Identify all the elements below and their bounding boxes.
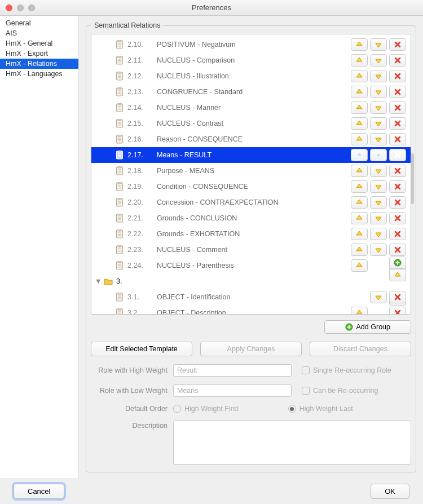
relation-row[interactable]: 2.12.NUCLEUS - Illustration	[91, 68, 411, 84]
relation-row[interactable]: 2.21.Grounds - CONCLUSION	[91, 210, 411, 226]
relation-row[interactable]: 2.13.CONGRUENCE - Standard	[91, 84, 411, 100]
relation-row[interactable]: 2.16.Reason - CONSEQUENCE	[91, 131, 411, 147]
move-up-button[interactable]	[389, 269, 406, 281]
move-up-button[interactable]	[351, 259, 368, 272]
edit-template-button[interactable]: Edit Selected Template	[91, 342, 192, 356]
delete-button[interactable]	[389, 86, 406, 98]
move-up-button[interactable]	[351, 244, 368, 256]
sidebar-item-hmx-export[interactable]: HmX - Export	[0, 48, 78, 59]
move-down-button[interactable]	[370, 101, 387, 114]
relation-row[interactable]: 2.15.NUCLEUS - Contrast	[91, 116, 411, 131]
discard-changes-button[interactable]: Discard Changes	[310, 342, 411, 356]
move-up-button[interactable]	[351, 133, 368, 145]
relation-row[interactable]: 2.11.NUCLEUS - Comparison	[91, 52, 411, 68]
move-down-button[interactable]	[370, 165, 387, 177]
relation-row[interactable]: 2.14.NUCLEUS - Manner	[91, 100, 411, 116]
clipboard-icon	[115, 182, 124, 191]
sidebar-item-hmx-relations[interactable]: HmX - Relations	[0, 59, 78, 69]
relations-list[interactable]: 2.10.POSITIVUM - Negativum2.11.NUCLEUS -…	[91, 34, 411, 315]
delete-button[interactable]	[389, 291, 406, 303]
move-down-button[interactable]	[370, 196, 387, 209]
delete-button[interactable]	[389, 70, 406, 82]
relation-row[interactable]: 2.19.Condition - CONSEQUENCE	[91, 179, 411, 194]
description-textarea[interactable]	[173, 421, 411, 465]
delete-button[interactable]	[389, 117, 406, 130]
row-number: 2.16.	[127, 135, 151, 143]
delete-button[interactable]	[389, 54, 406, 67]
delete-button[interactable]	[389, 228, 406, 240]
add-group-button[interactable]: Add Group	[324, 320, 411, 334]
move-up-button[interactable]	[351, 54, 368, 67]
group-row[interactable]: ▼3.	[91, 273, 411, 289]
single-reoccurring-checkbox[interactable]	[302, 366, 310, 374]
delete-button[interactable]	[389, 38, 406, 51]
apply-changes-button[interactable]: Apply Changes	[200, 342, 302, 356]
move-down-button[interactable]	[370, 86, 387, 98]
relation-row[interactable]: 2.17.Means - RESULT	[91, 147, 411, 163]
move-up-button[interactable]	[351, 117, 368, 130]
delete-button[interactable]	[389, 244, 406, 256]
row-number: 2.14.	[127, 104, 151, 112]
move-up-button[interactable]	[351, 228, 368, 240]
delete-button[interactable]	[389, 149, 406, 161]
move-up-button[interactable]	[351, 38, 368, 51]
relation-row[interactable]: 2.22.Grounds - EXHORTATION	[91, 226, 411, 242]
move-up-button[interactable]	[351, 70, 368, 82]
disclosure-triangle-icon[interactable]: ▼	[95, 277, 102, 285]
canbe-reoccurring-checkbox[interactable]	[302, 387, 310, 395]
move-down-button[interactable]	[370, 133, 387, 145]
move-up-button[interactable]	[351, 212, 368, 224]
move-down-button[interactable]	[370, 212, 387, 224]
relation-row[interactable]: 3.2.OBJECT - Description	[91, 305, 411, 315]
relation-row[interactable]: 2.10.POSITIVUM - Negativum	[91, 37, 411, 52]
move-down-button[interactable]	[370, 228, 387, 240]
high-weight-last-radio[interactable]	[288, 405, 296, 413]
delete-button[interactable]	[389, 212, 406, 224]
add-button[interactable]	[389, 257, 406, 269]
move-up-button[interactable]	[351, 180, 368, 193]
sidebar-item-hmx-general[interactable]: HmX - General	[0, 38, 78, 48]
move-up-button[interactable]	[351, 307, 368, 315]
high-weight-first-radio[interactable]	[173, 405, 181, 413]
delete-button[interactable]	[389, 165, 406, 177]
sidebar-item-hmx-languages[interactable]: HmX - Languages	[0, 69, 78, 79]
move-up-button[interactable]	[351, 101, 368, 114]
move-down-button[interactable]	[370, 70, 387, 82]
high-weight-input[interactable]	[173, 364, 292, 377]
move-down-button[interactable]	[370, 149, 387, 161]
dialog-footer: Cancel OK	[0, 478, 423, 504]
cancel-button[interactable]: Cancel	[14, 484, 64, 499]
delete-button[interactable]	[389, 133, 406, 145]
relation-row[interactable]: 2.20.Concession - CONTRAEXPECTATION	[91, 194, 411, 210]
relation-row[interactable]: 3.1.OBJECT - Identification	[91, 289, 411, 305]
delete-button[interactable]	[389, 196, 406, 209]
row-label: Purpose - MEANS	[157, 167, 214, 175]
move-down-button[interactable]	[370, 291, 387, 303]
scrollbar[interactable]	[411, 153, 411, 204]
relation-row[interactable]: 2.24.NUCLEUS - Parenthesis	[91, 258, 411, 273]
low-weight-input[interactable]	[173, 384, 292, 397]
move-down-button[interactable]	[370, 180, 387, 193]
svg-rect-19	[118, 182, 121, 184]
delete-button[interactable]	[389, 180, 406, 193]
move-down-button[interactable]	[370, 244, 387, 256]
svg-rect-9	[118, 103, 121, 105]
delete-button[interactable]	[389, 101, 406, 114]
move-up-button[interactable]	[351, 165, 368, 177]
relation-row[interactable]: 2.23.NUCLEUS - Comment	[91, 242, 411, 258]
sidebar-item-general[interactable]: General	[0, 18, 78, 28]
move-up-button[interactable]	[351, 196, 368, 209]
high-weight-label: Role with High Weight	[91, 366, 173, 374]
move-up-button[interactable]	[351, 86, 368, 98]
row-number: 2.15.	[127, 120, 151, 127]
canbe-reoccurring-label: Can be Re-occurring	[313, 387, 378, 395]
move-down-button[interactable]	[370, 117, 387, 130]
delete-button[interactable]	[389, 307, 406, 315]
move-down-button[interactable]	[370, 54, 387, 67]
relation-row[interactable]: 2.18.Purpose - MEANS	[91, 163, 411, 179]
move-up-button[interactable]	[351, 149, 368, 161]
sidebar-item-ais[interactable]: AIS	[0, 28, 78, 38]
ok-button[interactable]: OK	[371, 484, 409, 499]
svg-rect-3	[118, 56, 121, 58]
move-down-button[interactable]	[370, 38, 387, 51]
